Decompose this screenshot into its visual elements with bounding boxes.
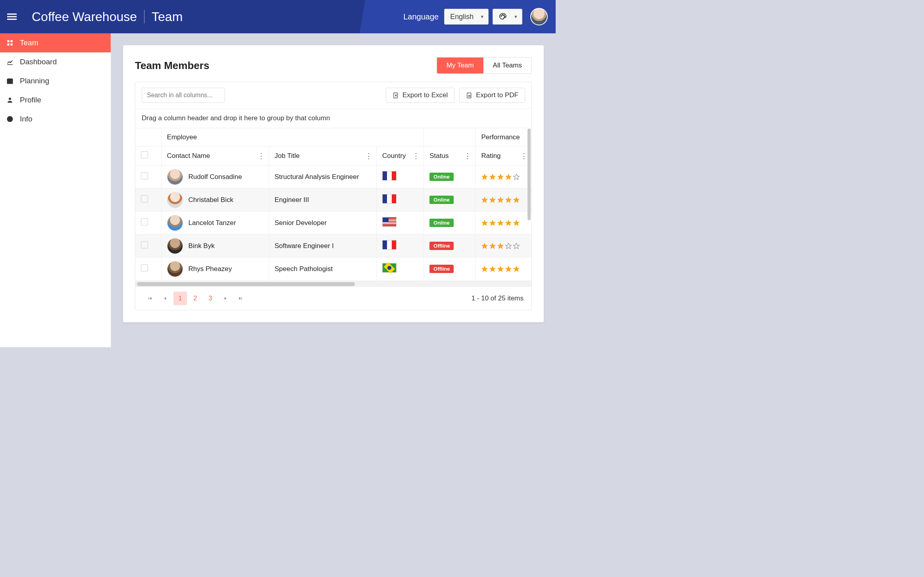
status-badge: Online [429,219,453,227]
table-row[interactable]: Rudolf ConsadineStructural Analysis Engi… [135,165,531,188]
col-group-employee: Employee [161,128,424,146]
col-country[interactable]: Country ⋮ [376,146,424,165]
table-row[interactable]: Bink BykSoftware Engineer IOffline [135,235,531,258]
language-select[interactable]: English ▼ [444,9,489,25]
col-status[interactable]: Status ⋮ [424,146,475,165]
row-checkbox[interactable] [141,172,148,179]
sidebar-item-info[interactable]: Info [0,110,111,129]
sidebar-item-profile[interactable]: Profile [0,90,111,110]
star-icon [481,173,488,181]
svg-point-18 [10,117,10,118]
pager-page-3[interactable]: 3 [204,292,217,305]
rating-stars [481,242,526,250]
pager-first-button[interactable] [143,292,157,305]
pager-prev-button[interactable] [158,292,172,305]
column-menu-icon[interactable]: ⋮ [365,152,372,160]
job-title-cell: Engineer III [269,188,376,212]
app-header: Coffee Warehouse Team Language English ▼… [0,0,556,33]
job-title-cell: Structural Analysis Engineer [269,165,376,188]
column-menu-icon[interactable]: ⋮ [464,152,471,160]
column-menu-icon[interactable]: ⋮ [412,152,420,160]
column-menu-icon[interactable]: ⋮ [258,152,265,160]
sidebar-item-label: Dashboard [20,58,57,66]
svg-marker-41 [482,266,488,271]
job-title-cell: Senior Developer [269,212,376,235]
sidebar-item-team[interactable]: Team [0,33,111,52]
pdf-icon [466,92,473,99]
status-badge: Online [429,173,453,181]
sidebar-item-planning[interactable]: Planning [0,71,111,90]
title-divider [144,10,144,23]
horizontal-scrollbar[interactable] [135,281,531,287]
search-input[interactable] [142,88,225,103]
star-icon [481,265,488,273]
employee-avatar [167,215,183,231]
sidebar-item-label: Team [20,38,38,47]
svg-marker-25 [514,174,520,179]
job-title-cell: Speech Pathologist [269,258,376,281]
svg-rect-10 [11,44,13,46]
flag-icon [382,263,397,273]
svg-rect-2 [7,19,17,20]
pager-page-1[interactable]: 1 [173,292,187,305]
grid-toolbar: Export to Excel Export to PDF [135,82,531,108]
svg-rect-1 [7,16,17,17]
select-all-checkbox[interactable] [141,151,148,158]
export-excel-label: Export to Excel [402,91,448,99]
job-title-cell: Software Engineer I [269,235,376,258]
grid: Export to Excel Export to PDF Drag a col… [135,82,532,310]
star-icon [505,265,512,273]
row-checkbox[interactable] [141,264,148,271]
row-checkbox[interactable] [141,241,148,248]
user-avatar[interactable] [530,8,548,25]
star-icon [497,173,504,181]
svg-marker-28 [498,197,504,202]
export-pdf-button[interactable]: Export to PDF [459,88,525,103]
language-value: English [450,13,474,21]
table-row[interactable]: Rhys PheazeySpeech PathologistOffline [135,258,531,281]
row-checkbox[interactable] [141,195,148,202]
svg-marker-43 [498,266,504,271]
col-rating[interactable]: Rating ⋮ [475,146,531,165]
hamburger-icon [7,12,17,21]
rating-stars [481,196,526,204]
export-excel-button[interactable]: Export to Excel [386,88,454,103]
group-by-hint[interactable]: Drag a column header and drop it here to… [135,108,531,128]
svg-marker-34 [506,220,512,225]
svg-marker-45 [514,266,520,271]
table-row[interactable]: Christabel BickEngineer IIIOnline [135,188,531,212]
tab-my-team[interactable]: My Team [437,58,483,73]
sidebar: TeamDashboardPlanningProfileInfo [0,33,111,347]
star-icon [481,242,488,250]
team-tabs: My TeamAll Teams [437,57,532,74]
sidebar-item-label: Profile [20,96,41,104]
pager-next-button[interactable] [219,292,232,305]
rating-stars [481,265,526,273]
star-icon [489,196,496,204]
svg-rect-0 [7,13,17,15]
excel-icon [393,92,399,99]
svg-marker-36 [482,243,488,248]
theme-select[interactable]: ▼ [493,9,522,25]
sidebar-item-dashboard[interactable]: Dashboard [0,52,111,71]
pager-last-button[interactable] [234,292,247,305]
pager: 123 1 - 10 of 25 items [135,287,531,310]
status-badge: Online [429,196,453,204]
employee-name: Bink Byk [189,242,215,250]
vertical-scrollbar[interactable] [527,128,531,281]
star-icon [505,196,512,204]
pager-page-2[interactable]: 2 [189,292,202,305]
menu-toggle-button[interactable] [4,9,20,25]
row-checkbox[interactable] [141,218,148,225]
star-icon [489,219,496,227]
star-icon [497,242,504,250]
col-contact[interactable]: Contact Name ⋮ [161,146,269,165]
star-icon [481,196,488,204]
col-job[interactable]: Job Title ⋮ [269,146,376,165]
svg-point-6 [504,16,505,17]
tab-all-teams[interactable]: All Teams [483,58,531,73]
table-row[interactable]: Lancelot TanzerSenior DeveloperOnline [135,212,531,235]
star-icon [497,196,504,204]
svg-rect-9 [7,44,9,46]
svg-marker-29 [506,197,512,202]
